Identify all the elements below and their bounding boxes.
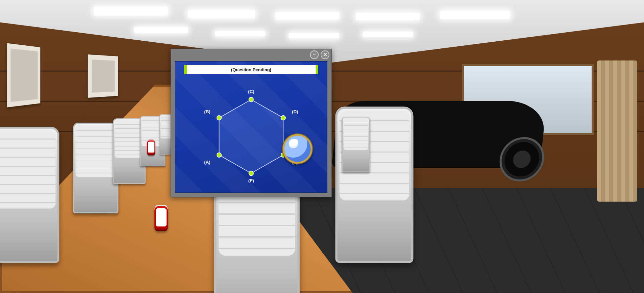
overlay-titlebar: – ✕ [171, 49, 331, 60]
overlay-panel: (Question Pending) (C) (B) (D) (A) [175, 61, 327, 193]
soda-can: Coke [154, 205, 168, 231]
office-chair [0, 127, 59, 263]
ceiling-light [94, 7, 168, 15]
node-d-label: (D) [292, 109, 298, 114]
office-chair [73, 123, 119, 213]
node-c[interactable] [249, 97, 253, 102]
node-f[interactable] [249, 171, 253, 175]
wall-picture [7, 43, 41, 107]
ceiling-light [363, 32, 413, 37]
office-chair [342, 117, 370, 172]
soda-can-label: Coke [156, 209, 167, 226]
soda-can: Coke [147, 140, 155, 156]
car-wheel [497, 137, 546, 181]
question-status-text: (Question Pending) [231, 68, 271, 72]
question-overlay-window: – ✕ (Question Pending) (C) (B) (D) [171, 49, 332, 197]
close-button[interactable]: ✕ [321, 50, 329, 59]
ceiling-light [440, 11, 510, 19]
wall-picture [88, 54, 119, 98]
hexagon-shape [219, 99, 283, 173]
ceiling-light [289, 33, 339, 38]
soda-can-label: Coke [148, 142, 154, 152]
node-b[interactable] [217, 116, 221, 120]
node-a[interactable] [217, 153, 221, 157]
question-status-bar: (Question Pending) [184, 65, 318, 74]
node-a-label: (A) [204, 160, 211, 165]
curtain [597, 60, 637, 202]
node-c-label: (C) [248, 89, 255, 94]
node-b-label: (B) [204, 109, 211, 114]
ceiling-light [134, 27, 188, 33]
ceiling-light [215, 31, 265, 36]
ceiling-light [275, 12, 339, 19]
node-d[interactable] [281, 116, 285, 120]
ceiling-light [356, 13, 420, 20]
ceiling-light [188, 10, 255, 18]
node-f-label: (F) [248, 178, 254, 183]
hexagon-selector: (C) (B) (D) (A) (E) (F) [175, 80, 327, 193]
minimize-icon: – [313, 52, 316, 57]
magnifier-lens[interactable] [283, 134, 312, 164]
minimize-button[interactable]: – [310, 50, 319, 59]
close-icon: ✕ [323, 52, 327, 57]
